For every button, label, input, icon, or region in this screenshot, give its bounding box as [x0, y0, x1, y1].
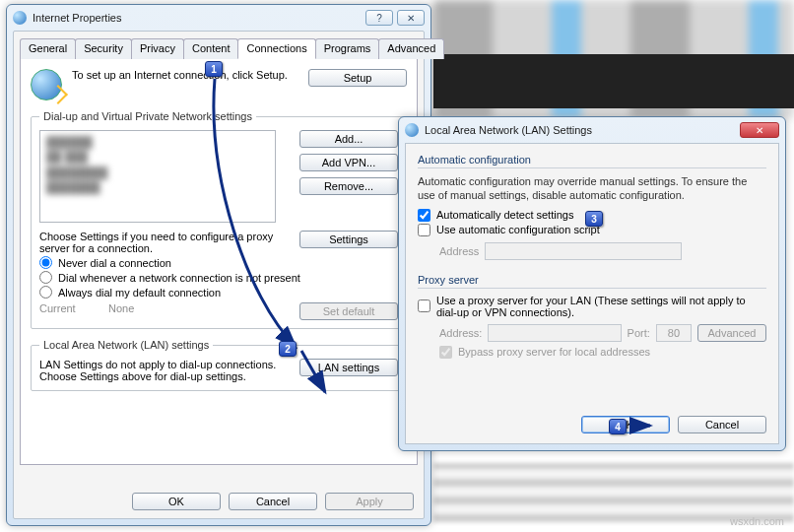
apply-button: Apply	[325, 493, 414, 510]
dialup-legend: Dial-up and Virtual Private Network sett…	[39, 110, 256, 122]
ok-button[interactable]: OK	[132, 493, 221, 510]
callout-2: 2	[279, 341, 297, 357]
proxy-address-label: Address:	[439, 327, 482, 339]
lan-dialog-icon	[405, 123, 419, 137]
tab-privacy[interactable]: Privacy	[131, 38, 184, 59]
lan-settings-button[interactable]: LAN settings	[299, 359, 398, 376]
cancel-button[interactable]: Cancel	[229, 493, 317, 510]
remove-button[interactable]: Remove...	[299, 177, 398, 195]
script-address-label: Address	[439, 245, 479, 257]
lan-settings-dialog: Local Area Network (LAN) Settings ✕ Auto…	[398, 116, 786, 451]
lan-window-title: Local Area Network (LAN) Settings	[425, 124, 592, 136]
tab-programs[interactable]: Programs	[315, 38, 380, 59]
lan-titlebar[interactable]: Local Area Network (LAN) Settings ✕	[399, 117, 785, 143]
radio-always-dial[interactable]: Always dial my default connection	[39, 286, 398, 299]
radio-dial-when-not-present[interactable]: Dial whenever a network connection is no…	[39, 271, 398, 284]
watermark-site: wsxdn.com	[730, 515, 784, 527]
tab-advanced[interactable]: Advanced	[378, 38, 444, 59]
use-proxy-checkbox[interactable]: Use a proxy server for your LAN (These s…	[418, 295, 766, 318]
radio-never-dial[interactable]: Never dial a connection	[39, 256, 398, 269]
bypass-checkbox: Bypass proxy server for local addresses	[439, 346, 766, 359]
connections-pane: To set up an Internet connection, click …	[20, 59, 418, 465]
advanced-button: Advanced	[697, 324, 766, 342]
setup-button[interactable]: Setup	[308, 69, 407, 87]
callout-1: 1	[205, 61, 223, 77]
titlebar[interactable]: Internet Properties ? ✕	[7, 5, 430, 31]
lan-group: Local Area Network (LAN) settings LAN Se…	[31, 339, 407, 391]
tab-general[interactable]: General	[20, 38, 76, 59]
auto-config-desc: Automatic configuration may override man…	[418, 174, 766, 203]
choose-settings-text: Choose Settings if you need to configure…	[39, 231, 290, 254]
current-value: None	[108, 302, 290, 314]
hero-text: To set up an Internet connection, click …	[72, 69, 298, 81]
lan-cancel-button[interactable]: Cancel	[678, 416, 766, 433]
proxy-address-input	[488, 324, 621, 342]
lan-legend: Local Area Network (LAN) settings	[39, 339, 213, 351]
proxy-port-label: Port:	[628, 327, 650, 339]
dialup-group: Dial-up and Virtual Private Network sett…	[31, 110, 407, 329]
proxy-port-input: 80	[656, 324, 692, 342]
callout-4: 4	[609, 419, 627, 434]
auto-config-title: Automatic configuration	[418, 154, 766, 166]
add-button[interactable]: Add...	[299, 130, 398, 148]
close-button[interactable]: ✕	[397, 10, 425, 26]
globe-icon	[31, 69, 62, 100]
tab-security[interactable]: Security	[75, 38, 132, 59]
lan-close-button[interactable]: ✕	[740, 122, 779, 138]
lan-desc: LAN Settings do not apply to dial-up con…	[39, 359, 290, 382]
tabstrip: General Security Privacy Content Connect…	[20, 37, 418, 59]
current-label: Current	[39, 302, 99, 314]
internet-properties-dialog: Internet Properties ? ✕ General Security…	[6, 4, 431, 526]
set-default-button: Set default	[299, 302, 398, 320]
help-button[interactable]: ?	[365, 10, 393, 26]
connections-listbox[interactable]: ████████ ██████████████████	[39, 130, 276, 223]
tab-connections[interactable]: Connections	[237, 38, 315, 59]
callout-3: 3	[585, 211, 603, 227]
script-address-input	[485, 242, 682, 260]
globe-mini-icon	[13, 11, 27, 25]
tab-content[interactable]: Content	[183, 38, 239, 59]
proxy-title: Proxy server	[418, 274, 766, 286]
window-title: Internet Properties	[33, 12, 122, 24]
add-vpn-button[interactable]: Add VPN...	[299, 154, 398, 171]
settings-button[interactable]: Settings	[299, 231, 398, 248]
